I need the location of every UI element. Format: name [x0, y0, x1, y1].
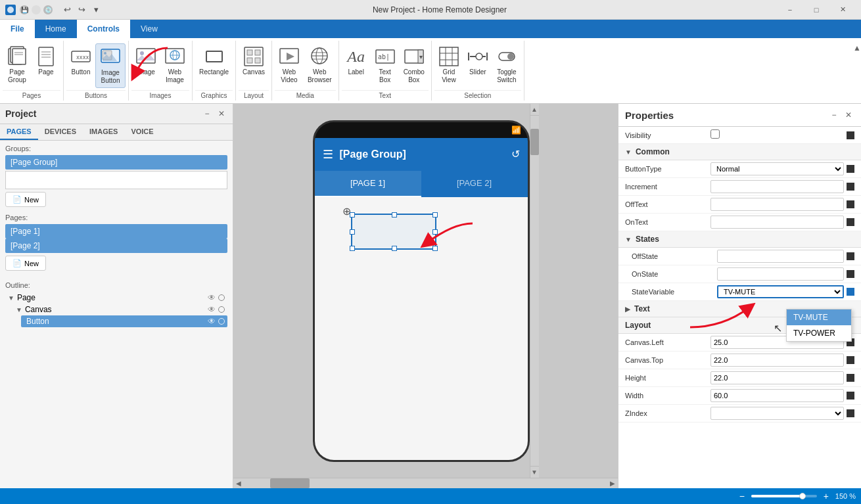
handle-mr[interactable] [432, 229, 438, 235]
handle-bm[interactable] [392, 246, 397, 251]
canvas-viewport[interactable]: 📶 ☰ [Page Group] ↺ [PAGE 1] [PAGE 2] [313, 104, 530, 478]
ribbon-btn-label[interactable]: Aa Label [342, 43, 371, 79]
outline-page[interactable]: ▼ Page 👁 [5, 292, 227, 304]
off-state-input[interactable] [717, 250, 844, 263]
dropdown-tv-power[interactable]: TV-POWER [787, 325, 851, 341]
minimize-button[interactable]: − [777, 1, 803, 19]
ribbon-btn-image[interactable]: Image [131, 43, 160, 79]
scroll-right-arrow[interactable]: ▶ [607, 480, 618, 487]
handle-tl[interactable] [350, 212, 355, 218]
z-index-select[interactable] [710, 407, 844, 420]
maximize-button[interactable]: □ [803, 1, 829, 19]
tab-images[interactable]: IMAGES [83, 124, 124, 140]
ribbon-btn-rectangle[interactable]: Rectangle [195, 43, 233, 79]
states-section-label: States [636, 235, 659, 244]
ribbon-expand-button[interactable]: ▲ [853, 43, 861, 53]
dropdown-tv-mute[interactable]: TV-MUTE [787, 309, 851, 325]
common-section-header[interactable]: ▼ Common [618, 144, 861, 160]
outline-button[interactable]: Button 👁 [21, 315, 227, 327]
new-group-button[interactable]: 📄 New [5, 192, 46, 207]
off-text-input[interactable] [710, 198, 844, 211]
tab-voice[interactable]: VOICE [124, 124, 160, 140]
tab-pages[interactable]: PAGES [0, 124, 38, 140]
ribbon-btn-text-box[interactable]: ab| TextBox [371, 43, 400, 87]
scroll-down-arrow[interactable]: ▼ [530, 466, 539, 478]
ribbon-btn-page-group[interactable]: PageGroup [3, 43, 32, 87]
button-visibility-icon[interactable]: 👁 [208, 317, 216, 326]
horizontal-scrollbar[interactable]: ◀ ▶ [233, 478, 618, 488]
handle-tr[interactable] [432, 212, 438, 218]
button-type-select[interactable]: Normal Toggle [710, 162, 844, 175]
pages-label: Pages: [5, 214, 227, 221]
tab-devices[interactable]: DEVICES [38, 124, 83, 140]
ribbon-btn-web-video[interactable]: WebVideo [275, 43, 304, 87]
zoom-slider[interactable] [751, 495, 817, 497]
menu-file[interactable]: File [0, 20, 35, 38]
ribbon-btn-combo-box[interactable]: ▾ ComboBox [400, 43, 429, 87]
increment-input[interactable] [710, 180, 844, 193]
ribbon-btn-button[interactable]: xxxx Button [66, 43, 95, 79]
panel-pin-button[interactable]: − [201, 108, 213, 120]
outline-page-label: Page [17, 293, 35, 302]
common-toggle-icon[interactable]: ▼ [625, 149, 632, 156]
phone-mockup: 📶 ☰ [Page Group] ↺ [PAGE 1] [PAGE 2] [313, 120, 530, 462]
scroll-thumb[interactable] [530, 129, 539, 155]
ribbon-btn-web-image[interactable]: WebImage [160, 43, 189, 87]
ribbon-btn-image-button[interactable]: ImageButton [95, 43, 126, 88]
properties-scroll[interactable]: Visibility ▼ Common ButtonType Normal To… [618, 127, 861, 488]
outline-canvas[interactable]: ▼ Canvas 👁 [13, 304, 227, 315]
width-input[interactable] [710, 389, 844, 402]
quick-access-button[interactable]: ▾ [89, 4, 103, 16]
visibility-row: Visibility [618, 127, 861, 144]
undo-button[interactable]: ↩ [60, 4, 74, 16]
state-variable-select[interactable]: TV-MUTE TV-POWER [717, 285, 844, 298]
phone-content[interactable]: ⊕ [315, 197, 528, 460]
ribbon-btn-page[interactable]: Page [32, 43, 60, 79]
on-state-input[interactable] [717, 267, 844, 281]
close-button[interactable]: ✕ [829, 1, 856, 19]
page-group-label: PageGroup [8, 68, 26, 84]
menu-view[interactable]: View [130, 20, 168, 38]
handle-ml[interactable] [350, 229, 355, 235]
menu-home[interactable]: Home [35, 20, 77, 38]
selection-box[interactable]: ⊕ [351, 214, 436, 250]
vertical-scrollbar[interactable]: ▲ ▼ [530, 104, 539, 478]
page-group-item[interactable]: [Page Group] [5, 155, 227, 170]
disk-icon[interactable]: 💿 [43, 5, 53, 14]
phone-tab-2[interactable]: [PAGE 2] [421, 171, 528, 197]
height-input[interactable] [710, 371, 844, 384]
zoom-in-button[interactable]: + [820, 490, 833, 502]
props-close-button[interactable]: ✕ [843, 109, 854, 121]
h-scroll-thumb[interactable] [270, 478, 310, 488]
handle-br[interactable] [432, 246, 438, 251]
ribbon-btn-slider[interactable]: Slider [463, 43, 492, 79]
save-icon[interactable]: 💾 [20, 5, 29, 14]
handle-bl[interactable] [350, 246, 355, 251]
zoom-slider-thumb[interactable] [799, 493, 806, 499]
menu-controls[interactable]: Controls [77, 20, 130, 38]
redo-button[interactable]: ↪ [75, 4, 88, 16]
phone-tab-1[interactable]: [PAGE 1] [315, 171, 421, 197]
on-text-input[interactable] [710, 216, 844, 229]
canvas-top-input[interactable] [710, 354, 844, 367]
page2-item[interactable]: [Page 2] [5, 239, 227, 253]
page-visibility-icon[interactable]: 👁 [208, 293, 216, 302]
ribbon-btn-grid-view[interactable]: GridView [434, 43, 463, 87]
handle-tm[interactable] [392, 212, 397, 218]
panel-close-button[interactable]: ✕ [216, 108, 227, 120]
zoom-out-button[interactable]: − [735, 490, 749, 502]
text-toggle-icon[interactable]: ▶ [625, 306, 630, 313]
ribbon-btn-web-browser[interactable]: WebBrowser [304, 43, 336, 87]
ribbon-btn-toggle-switch[interactable]: ToggleSwitch [492, 43, 521, 87]
canvas-visibility-icon[interactable]: 👁 [208, 305, 216, 314]
new-page-button[interactable]: 📄 New [5, 256, 46, 271]
states-toggle-icon[interactable]: ▼ [625, 236, 632, 243]
scroll-left-arrow[interactable]: ◀ [233, 480, 244, 487]
page1-item[interactable]: [Page 1] [5, 224, 227, 239]
ribbon-btn-canvas[interactable]: Canvas [239, 43, 269, 79]
props-pin-button[interactable]: − [828, 109, 840, 121]
group-input[interactable] [5, 171, 227, 189]
visibility-checkbox[interactable] [710, 129, 720, 139]
states-section-header[interactable]: ▼ States [618, 231, 861, 248]
scroll-up-arrow[interactable]: ▲ [530, 104, 539, 116]
